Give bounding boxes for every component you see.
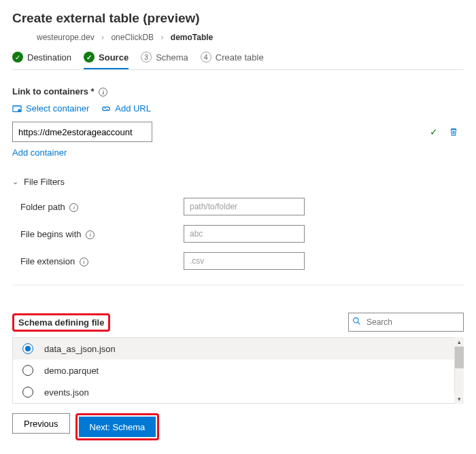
trash-icon [449,127,458,137]
wizard-step-destination[interactable]: ✓ Destination [12,52,71,69]
wizard-steps: ✓ Destination ✓ Source 3 Schema 4 Create… [12,52,464,70]
step-number-icon: 4 [201,52,211,63]
next-schema-button[interactable]: Next: Schema [79,417,156,437]
file-list-item[interactable]: events.json [13,381,464,403]
wizard-step-label: Source [99,52,129,63]
add-url-button[interactable]: Add URL [101,103,151,114]
radio-selected[interactable] [22,343,33,354]
folder-path-input[interactable] [184,198,305,215]
file-list-item[interactable]: data_as_json.json [13,338,464,360]
file-begins-input[interactable] [184,225,305,243]
file-name: demo.parquet [44,366,99,376]
file-list-item[interactable]: demo.parquet [13,360,464,381]
info-icon[interactable]: i [80,258,88,266]
delete-container-button[interactable] [443,127,464,137]
step-number-icon: 3 [141,52,152,63]
container-url-input[interactable] [12,122,152,142]
file-list: data_as_json.json demo.parquet events.js… [12,337,464,404]
valid-check-icon: ✓ [430,126,438,137]
radio-unselected[interactable] [22,387,33,398]
file-filters-toggle[interactable]: ⌄ File Filters [12,177,464,187]
svg-rect-1 [13,105,21,107]
wizard-step-label: Create table [216,52,264,63]
wizard-step-label: Schema [156,52,188,63]
wizard-step-create-table[interactable]: 4 Create table [201,52,264,69]
file-begins-label: File begins with i [20,229,184,239]
scroll-down-arrow-icon[interactable]: ▾ [454,394,464,404]
link-containers-label: Link to containers i [12,86,464,97]
page-title: Create external table (preview) [12,11,464,26]
search-icon [352,317,361,328]
breadcrumb-item-current: demoTable [171,33,213,42]
next-button-highlight: Next: Schema [75,413,160,440]
file-extension-label: File extension i [20,256,184,266]
file-name: events.json [44,387,89,398]
chevron-down-icon: ⌄ [12,177,18,186]
scroll-up-arrow-icon[interactable]: ▴ [454,337,464,347]
select-container-button[interactable]: Select container [12,103,89,114]
divider [12,285,464,285]
breadcrumb: westeurope.dev › oneClickDB › demoTable [12,33,464,42]
schema-defining-file-heading: Schema defining file [12,313,110,332]
svg-point-3 [354,318,358,323]
footer: Previous Next: Schema [0,404,476,450]
breadcrumb-item[interactable]: oneClickDB [111,33,154,42]
add-container-link[interactable]: Add container [12,147,67,158]
container-icon [12,104,22,114]
check-icon: ✓ [12,52,23,63]
radio-unselected[interactable] [22,365,33,376]
previous-button[interactable]: Previous [12,413,70,434]
wizard-step-source[interactable]: ✓ Source [84,52,129,69]
info-icon[interactable]: i [86,230,95,239]
info-icon[interactable]: i [99,88,107,97]
info-icon[interactable]: i [69,203,78,212]
wizard-step-schema[interactable]: 3 Schema [141,52,188,69]
link-icon [101,104,111,114]
search-input[interactable] [348,313,464,332]
check-icon: ✓ [84,52,95,63]
file-name: data_as_json.json [44,344,116,354]
folder-path-label: Folder path i [20,202,184,212]
breadcrumb-item[interactable]: westeurope.dev [37,33,95,42]
wizard-step-label: Destination [27,52,71,63]
file-extension-input[interactable] [184,252,305,270]
scrollbar-thumb[interactable] [454,347,464,368]
